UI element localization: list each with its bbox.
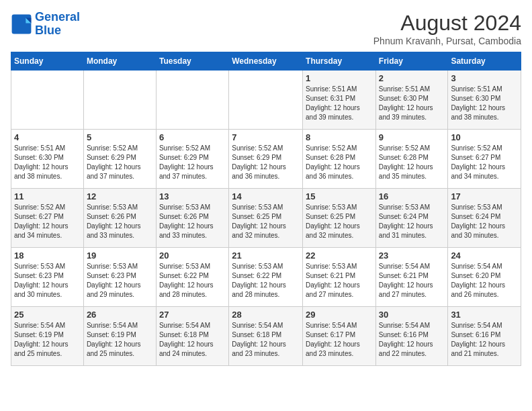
day-number: 1 <box>306 73 373 83</box>
day-number: 19 <box>87 250 153 261</box>
calendar-week-row: 11Sunrise: 5:52 AM Sunset: 6:27 PM Dayli… <box>11 189 521 248</box>
calendar-cell: 5Sunrise: 5:52 AM Sunset: 6:29 PM Daylig… <box>83 130 156 189</box>
day-number: 5 <box>87 132 153 142</box>
day-info: Sunrise: 5:53 AM Sunset: 6:26 PM Dayligh… <box>159 203 226 240</box>
day-info: Sunrise: 5:53 AM Sunset: 6:26 PM Dayligh… <box>87 203 153 240</box>
day-number: 4 <box>14 132 81 142</box>
day-number: 23 <box>379 250 445 261</box>
calendar-cell: 2Sunrise: 5:51 AM Sunset: 6:30 PM Daylig… <box>375 71 448 130</box>
calendar-cell <box>229 71 303 130</box>
day-number: 18 <box>14 250 81 261</box>
day-info: Sunrise: 5:52 AM Sunset: 6:29 PM Dayligh… <box>87 144 153 181</box>
day-number: 2 <box>379 73 445 83</box>
day-info: Sunrise: 5:53 AM Sunset: 6:24 PM Dayligh… <box>451 203 518 240</box>
calendar-cell: 17Sunrise: 5:53 AM Sunset: 6:24 PM Dayli… <box>448 189 521 248</box>
svg-rect-0 <box>12 14 32 34</box>
day-header-friday: Friday <box>375 52 448 71</box>
day-number: 17 <box>451 191 518 201</box>
day-info: Sunrise: 5:54 AM Sunset: 6:18 PM Dayligh… <box>232 321 300 359</box>
day-number: 10 <box>451 132 518 142</box>
logo-text: General Blue <box>35 11 80 38</box>
calendar-cell: 20Sunrise: 5:53 AM Sunset: 6:22 PM Dayli… <box>156 248 228 307</box>
calendar-cell: 19Sunrise: 5:53 AM Sunset: 6:23 PM Dayli… <box>83 248 156 307</box>
calendar-cell <box>156 71 228 130</box>
day-info: Sunrise: 5:51 AM Sunset: 6:31 PM Dayligh… <box>306 85 373 122</box>
day-number: 24 <box>451 250 518 261</box>
calendar-cell: 27Sunrise: 5:54 AM Sunset: 6:18 PM Dayli… <box>156 307 228 366</box>
calendar-cell: 16Sunrise: 5:53 AM Sunset: 6:24 PM Dayli… <box>375 189 448 248</box>
calendar-week-row: 4Sunrise: 5:51 AM Sunset: 6:30 PM Daylig… <box>11 130 521 189</box>
location: Phnum Kravanh, Pursat, Cambodia <box>373 36 521 46</box>
day-info: Sunrise: 5:54 AM Sunset: 6:19 PM Dayligh… <box>14 321 81 359</box>
day-header-wednesday: Wednesday <box>229 52 303 71</box>
calendar-cell: 8Sunrise: 5:52 AM Sunset: 6:28 PM Daylig… <box>303 130 376 189</box>
day-number: 31 <box>451 310 518 320</box>
day-info: Sunrise: 5:53 AM Sunset: 6:24 PM Dayligh… <box>379 203 445 240</box>
calendar-cell: 12Sunrise: 5:53 AM Sunset: 6:26 PM Dayli… <box>83 189 156 248</box>
calendar-cell: 9Sunrise: 5:52 AM Sunset: 6:28 PM Daylig… <box>375 130 448 189</box>
day-info: Sunrise: 5:52 AM Sunset: 6:28 PM Dayligh… <box>379 144 445 181</box>
day-number: 15 <box>306 191 373 201</box>
day-number: 28 <box>232 310 300 320</box>
day-number: 7 <box>232 132 300 142</box>
day-number: 30 <box>379 310 445 320</box>
calendar-header-row: SundayMondayTuesdayWednesdayThursdayFrid… <box>11 52 521 71</box>
day-number: 27 <box>159 310 226 320</box>
day-info: Sunrise: 5:51 AM Sunset: 6:30 PM Dayligh… <box>14 144 81 181</box>
day-info: Sunrise: 5:53 AM Sunset: 6:21 PM Dayligh… <box>306 262 373 300</box>
logo-line1: General <box>35 10 80 24</box>
calendar-cell: 13Sunrise: 5:53 AM Sunset: 6:26 PM Dayli… <box>156 189 228 248</box>
day-number: 13 <box>159 191 226 201</box>
day-number: 6 <box>159 132 226 142</box>
calendar-cell: 4Sunrise: 5:51 AM Sunset: 6:30 PM Daylig… <box>11 130 84 189</box>
day-info: Sunrise: 5:53 AM Sunset: 6:22 PM Dayligh… <box>232 262 300 300</box>
day-info: Sunrise: 5:54 AM Sunset: 6:17 PM Dayligh… <box>306 321 373 359</box>
day-info: Sunrise: 5:52 AM Sunset: 6:28 PM Dayligh… <box>306 144 373 181</box>
calendar-cell: 3Sunrise: 5:51 AM Sunset: 6:30 PM Daylig… <box>448 71 521 130</box>
day-number: 8 <box>306 132 373 142</box>
day-info: Sunrise: 5:54 AM Sunset: 6:21 PM Dayligh… <box>379 262 445 300</box>
calendar-table: SundayMondayTuesdayWednesdayThursdayFrid… <box>11 52 521 366</box>
calendar-cell: 18Sunrise: 5:53 AM Sunset: 6:23 PM Dayli… <box>11 248 84 307</box>
day-info: Sunrise: 5:53 AM Sunset: 6:22 PM Dayligh… <box>159 262 226 300</box>
calendar-cell <box>83 71 156 130</box>
calendar-cell: 11Sunrise: 5:52 AM Sunset: 6:27 PM Dayli… <box>11 189 84 248</box>
calendar-week-row: 18Sunrise: 5:53 AM Sunset: 6:23 PM Dayli… <box>11 248 521 307</box>
day-number: 14 <box>232 191 300 201</box>
calendar-cell: 6Sunrise: 5:52 AM Sunset: 6:29 PM Daylig… <box>156 130 228 189</box>
calendar-cell: 23Sunrise: 5:54 AM Sunset: 6:21 PM Dayli… <box>375 248 448 307</box>
calendar-cell: 28Sunrise: 5:54 AM Sunset: 6:18 PM Dayli… <box>229 307 303 366</box>
day-info: Sunrise: 5:54 AM Sunset: 6:20 PM Dayligh… <box>451 262 518 300</box>
calendar-cell: 31Sunrise: 5:54 AM Sunset: 6:16 PM Dayli… <box>448 307 521 366</box>
day-header-monday: Monday <box>83 52 156 71</box>
calendar-cell: 21Sunrise: 5:53 AM Sunset: 6:22 PM Dayli… <box>229 248 303 307</box>
calendar-cell: 15Sunrise: 5:53 AM Sunset: 6:25 PM Dayli… <box>303 189 376 248</box>
day-info: Sunrise: 5:52 AM Sunset: 6:29 PM Dayligh… <box>232 144 300 181</box>
day-number: 29 <box>306 310 373 320</box>
day-info: Sunrise: 5:51 AM Sunset: 6:30 PM Dayligh… <box>379 85 445 122</box>
calendar-cell: 14Sunrise: 5:53 AM Sunset: 6:25 PM Dayli… <box>229 189 303 248</box>
month-year: August 2024 <box>373 11 521 36</box>
day-number: 26 <box>87 310 153 320</box>
day-number: 3 <box>451 73 518 83</box>
header: General Blue August 2024 Phnum Kravanh, … <box>11 11 521 46</box>
day-number: 9 <box>379 132 445 142</box>
day-info: Sunrise: 5:53 AM Sunset: 6:25 PM Dayligh… <box>232 203 300 240</box>
calendar-cell: 7Sunrise: 5:52 AM Sunset: 6:29 PM Daylig… <box>229 130 303 189</box>
calendar-cell: 29Sunrise: 5:54 AM Sunset: 6:17 PM Dayli… <box>303 307 376 366</box>
calendar-body: 1Sunrise: 5:51 AM Sunset: 6:31 PM Daylig… <box>11 71 521 366</box>
logo-line2: Blue <box>35 24 61 37</box>
calendar-cell <box>11 71 84 130</box>
day-info: Sunrise: 5:52 AM Sunset: 6:27 PM Dayligh… <box>451 144 518 181</box>
calendar-week-row: 25Sunrise: 5:54 AM Sunset: 6:19 PM Dayli… <box>11 307 521 366</box>
day-info: Sunrise: 5:51 AM Sunset: 6:30 PM Dayligh… <box>451 85 518 122</box>
day-info: Sunrise: 5:54 AM Sunset: 6:16 PM Dayligh… <box>379 321 445 359</box>
day-info: Sunrise: 5:52 AM Sunset: 6:27 PM Dayligh… <box>14 203 81 240</box>
calendar-cell: 24Sunrise: 5:54 AM Sunset: 6:20 PM Dayli… <box>448 248 521 307</box>
calendar-cell: 25Sunrise: 5:54 AM Sunset: 6:19 PM Dayli… <box>11 307 84 366</box>
day-info: Sunrise: 5:54 AM Sunset: 6:18 PM Dayligh… <box>159 321 226 359</box>
day-header-saturday: Saturday <box>448 52 521 71</box>
day-info: Sunrise: 5:54 AM Sunset: 6:19 PM Dayligh… <box>87 321 153 359</box>
day-number: 11 <box>14 191 81 201</box>
calendar-cell: 10Sunrise: 5:52 AM Sunset: 6:27 PM Dayli… <box>448 130 521 189</box>
